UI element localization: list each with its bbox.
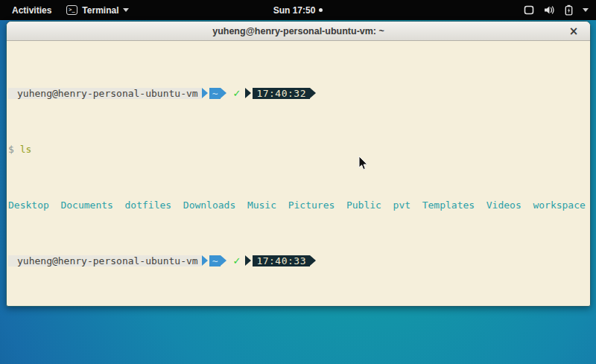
prompt-path: ~: [209, 255, 221, 266]
status-check-icon: ✓: [226, 88, 245, 99]
powerline-arrow-icon: [202, 255, 208, 266]
terminal-icon: >_: [66, 5, 77, 15]
powerline-arrow-icon: [310, 255, 316, 266]
mouse-pointer-icon: [358, 156, 368, 171]
battery-charging-icon: [565, 4, 573, 16]
ls-output: Desktop Documents dotfiles Downloads Mus…: [8, 199, 589, 211]
chevron-down-icon: [123, 8, 129, 12]
app-menu-label: Terminal: [82, 5, 118, 16]
window-title: yuheng@henry-personal-ubuntu-vm: ~: [212, 26, 384, 36]
powerline-arrow-icon: [245, 255, 251, 266]
powerline-arrow-icon: [245, 88, 251, 98]
powerline-arrow-icon: [310, 88, 316, 98]
screen-icon: [524, 5, 534, 15]
system-status-area[interactable]: [524, 0, 589, 20]
window-titlebar[interactable]: yuheng@henry-personal-ubuntu-vm: ~ ×: [7, 22, 590, 41]
prompt-user-host: yuheng@henry-personal-ubuntu-vm: [8, 255, 202, 266]
command-line: $ ls: [8, 144, 589, 155]
prompt-time: 17:40:32: [253, 88, 310, 99]
notification-dot-icon: [319, 8, 323, 12]
prompt-line: yuheng@henry-personal-ubuntu-vm ~ ✓ 17:4…: [8, 88, 589, 99]
powerline-arrow-icon: [221, 88, 226, 98]
close-icon[interactable]: ×: [566, 22, 581, 41]
status-check-icon: ✓: [226, 255, 245, 266]
volume-icon: [544, 5, 555, 15]
app-menu[interactable]: >_ Terminal: [66, 5, 129, 16]
powerline-arrow-icon: [221, 255, 226, 266]
command-text: ls: [20, 144, 32, 155]
prompt-user-host: yuheng@henry-personal-ubuntu-vm: [8, 88, 202, 99]
prompt-line: yuheng@henry-personal-ubuntu-vm ~ ✓ 17:4…: [8, 255, 589, 266]
top-bar: Activities >_ Terminal Sun 17:50: [0, 0, 596, 20]
clock[interactable]: Sun 17:50: [273, 5, 316, 16]
prompt-symbol: $: [8, 144, 14, 155]
prompt-time: 17:40:33: [253, 255, 310, 266]
terminal-content[interactable]: yuheng@henry-personal-ubuntu-vm ~ ✓ 17:4…: [7, 41, 590, 307]
activities-button[interactable]: Activities: [9, 4, 54, 17]
terminal-window: yuheng@henry-personal-ubuntu-vm: ~ × yuh…: [6, 21, 591, 307]
powerline-arrow-icon: [202, 88, 208, 98]
chevron-down-icon: [583, 8, 589, 12]
prompt-path: ~: [209, 88, 221, 99]
